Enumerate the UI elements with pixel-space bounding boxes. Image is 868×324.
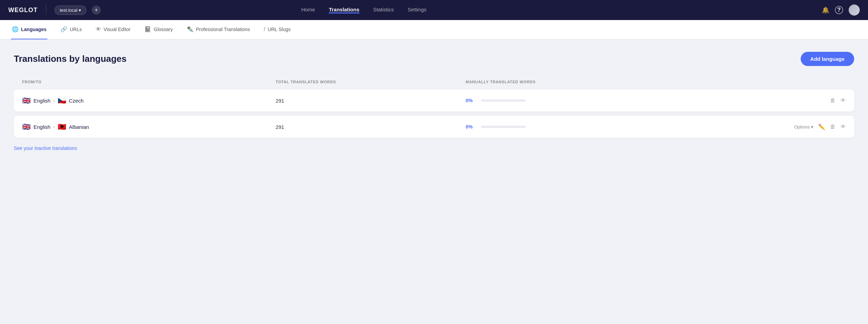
avatar[interactable] [849,4,860,16]
total-words-czech: 291 [276,98,466,104]
progress-bar-bg-albanian [481,126,526,128]
manually-col-albanian: 0% [466,124,719,130]
subnav-urls-label: URLs [70,27,82,32]
subnav-visual-editor[interactable]: 👁 Visual Editor [95,20,131,39]
pro-translations-icon: ✒️ [187,26,194,32]
nav-settings[interactable]: Settings [408,7,426,14]
subnav-url-slugs[interactable]: / URL Slugs [263,20,291,39]
add-language-button[interactable]: Add language [801,52,854,66]
arrow-albanian: › [53,124,55,130]
delete-icon-czech[interactable]: 🗑 [830,97,836,104]
url-slugs-icon: / [264,26,265,32]
edit-icon-albanian[interactable]: ✏️ [818,124,825,130]
inactive-translations-link[interactable]: See your inactive translations [14,145,77,151]
table-header: FROM/TO TOTAL TRANSLATED WORDS MANUALLY … [14,77,854,87]
col-actions [719,80,846,84]
subnav-professional-translations[interactable]: ✒️ Professional Translations [186,20,251,39]
project-name: test.local ▾ [60,8,81,13]
manually-col-czech: 0% [466,98,719,103]
manually-pct-czech[interactable]: 0% [466,98,477,103]
total-words-albanian: 291 [276,124,466,130]
table-row: 🇬🇧 English › 🇨🇿 Czech 291 0% 🗑 👁 [14,89,854,112]
subnav-languages-label: Languages [21,27,47,32]
arrow-czech: › [53,98,55,103]
col-total-words: TOTAL TRANSLATED WORDS [276,80,466,84]
from-lang-albanian: English [33,124,50,130]
from-flag-czech: 🇬🇧 [22,96,31,105]
row-actions-albanian: Options ▾ ✏️ 🗑 👁 [719,124,846,130]
subnav-languages[interactable]: 🌐 Languages [11,20,47,39]
lang-pair-albanian: 🇬🇧 English › 🇦🇱 Albanian [22,123,276,131]
project-selector[interactable]: test.local ▾ [55,6,86,15]
subnav-url-slugs-label: URL Slugs [268,27,290,32]
col-from-to: FROM/TO [22,80,276,84]
manually-pct-albanian[interactable]: 0% [466,124,477,130]
options-label: Options [794,124,810,130]
delete-icon-albanian[interactable]: 🗑 [830,124,836,130]
row-actions-czech: 🗑 👁 [719,97,846,104]
nav-divider [46,5,46,15]
subnav-urls[interactable]: 🔗 URLs [60,20,83,39]
main-nav: Home Translations Statistics Settings [301,7,426,14]
to-flag-albanian: 🇦🇱 [58,123,66,131]
nav-statistics[interactable]: Statistics [373,7,394,14]
progress-bar-bg-czech [481,99,526,102]
subnav-glossary[interactable]: 📓 Glossary [144,20,173,39]
eye-icon-czech[interactable]: 👁 [840,97,846,104]
from-lang-czech: English [33,98,50,104]
page-title: Translations by languages [14,54,127,64]
glossary-icon: 📓 [144,26,151,32]
nav-translations[interactable]: Translations [329,7,359,13]
nav-right: 🔔 ? [822,4,860,16]
lang-pair-czech: 🇬🇧 English › 🇨🇿 Czech [22,96,276,105]
top-navigation: WEGLOT test.local ▾ + Home Translations … [0,0,868,20]
page-header: Translations by languages Add language [14,52,854,66]
languages-icon: 🌐 [12,26,19,32]
chevron-down-icon: ▾ [811,124,813,130]
to-flag-czech: 🇨🇿 [58,96,66,105]
subnav-visual-editor-label: Visual Editor [104,27,131,32]
sub-navigation: 🌐 Languages 🔗 URLs 👁 Visual Editor 📓 Glo… [0,20,868,39]
to-lang-albanian: Albanian [69,124,89,130]
subnav-glossary-label: Glossary [154,27,173,32]
help-icon[interactable]: ? [835,6,843,14]
visual-editor-icon: 👁 [96,26,101,32]
urls-icon: 🔗 [60,26,67,32]
main-content: Translations by languages Add language F… [0,39,868,164]
nav-home[interactable]: Home [301,7,315,14]
col-manually-words: MANUALLY TRANSLATED WORDS [466,80,719,84]
eye-icon-albanian[interactable]: 👁 [840,124,846,130]
options-button-albanian[interactable]: Options ▾ [794,124,813,130]
subnav-professional-translations-label: Professional Translations [196,27,250,32]
to-lang-czech: Czech [69,98,84,104]
from-flag-albanian: 🇬🇧 [22,123,31,131]
table-row: 🇬🇧 English › 🇦🇱 Albanian 291 0% Options … [14,116,854,138]
logo: WEGLOT [8,7,38,14]
bell-icon[interactable]: 🔔 [822,6,829,14]
add-project-button[interactable]: + [92,6,101,15]
